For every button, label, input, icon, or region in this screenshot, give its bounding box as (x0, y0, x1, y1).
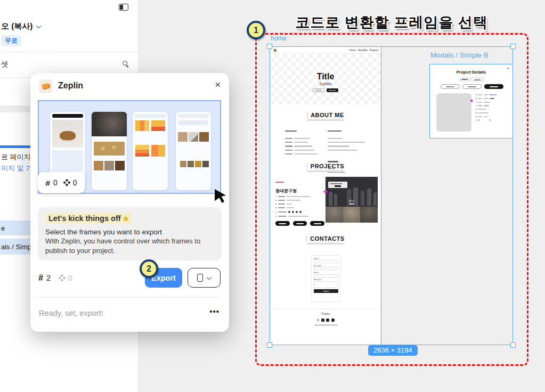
footer-social-row: ✕ (270, 318, 381, 322)
project-image: 전시 (326, 177, 378, 223)
mockup-nav-home: Home (349, 49, 356, 52)
modals-image-placeholder (436, 93, 471, 132)
form-label-email: Email (314, 272, 338, 274)
preview-component-count: 0 (73, 178, 77, 187)
file-name: 오 (복사) (1, 21, 32, 31)
mockup-navbar: K Home AboutMe Projects (270, 47, 381, 54)
about-heading: ABOUT ME (311, 112, 344, 118)
mockup-hero-button-1: Github (313, 88, 324, 92)
selection-handle-top-right[interactable] (510, 44, 516, 49)
form-input-email (314, 274, 338, 277)
plugin-title: Zeplin (58, 81, 83, 91)
selection-size-badge: 2636 × 3194 (368, 345, 418, 356)
component-marker (323, 190, 328, 194)
contacts-caption (307, 243, 344, 244)
modals-button-2 (462, 84, 482, 89)
project-button-3 (310, 221, 324, 226)
selected-frame-count: 2 (46, 274, 51, 282)
layer-item-home[interactable]: e (0, 220, 34, 235)
project-button-1 (275, 221, 290, 226)
search-icon[interactable] (123, 61, 129, 68)
preview-phone-2 (92, 112, 127, 190)
mockup-nav-projects: Projects (370, 49, 378, 52)
mockup-section-projects: PROJECTS (270, 163, 381, 172)
form-input-message (314, 281, 338, 288)
project-image-popup (328, 182, 347, 188)
form-label-name: Name (314, 258, 338, 260)
frame-home[interactable]: K Home AboutMe Projects Title Subtitle G… (270, 46, 381, 345)
social-icon-4 (331, 318, 335, 322)
layer-item-home-label: e (1, 224, 5, 232)
selected-counts-row: # 2 0 (38, 273, 72, 283)
project-button-2 (293, 221, 307, 226)
plan-badge: 무료 (1, 35, 21, 46)
modals-button-row (435, 84, 508, 89)
zeplin-logo-icon (39, 79, 53, 93)
close-icon[interactable]: × (215, 79, 221, 91)
mockup-hero-button-2: Resume (327, 88, 338, 92)
preview-phone-3 (133, 112, 168, 190)
footer-divider (270, 308, 381, 309)
preview-frame-count: 0 (53, 178, 58, 187)
frame-modals-simple-b[interactable]: × Project Details (429, 64, 513, 138)
step-1-number: 1 (254, 26, 258, 35)
layer-item-modals[interactable]: als / Simp (0, 239, 34, 255)
upsell-link[interactable]: 이지 및 가 (1, 164, 32, 173)
frame-label-home[interactable]: home (271, 35, 287, 42)
onboarding-tip-box: Let's kick things off ❀ Select the frame… (38, 207, 222, 260)
figma-canvas: 코드로 변환할 프레임을 선택 1 home Modals / Simple B… (0, 0, 545, 392)
form-input-name (314, 260, 338, 263)
mockup-nav-about: AboutMe (358, 49, 368, 52)
contact-form: Name Surname Email Message Submit (311, 255, 341, 303)
about-caption (307, 119, 344, 121)
component-marker-dot (470, 100, 473, 102)
modals-tag-pill (458, 77, 485, 81)
modals-button-3 (484, 84, 503, 89)
gallery-caption: 전시 (326, 199, 378, 202)
styleguide-dropdown-button[interactable] (188, 268, 221, 288)
sidebar-divider (0, 52, 139, 52)
selection-handle-bottom-left[interactable] (267, 342, 272, 348)
component-count-icon (62, 178, 71, 187)
progress-bar (0, 145, 34, 148)
modals-card-title: Project Details (430, 70, 513, 75)
tip-heading: Select the frames you want to export (45, 228, 214, 236)
tip-body: With Zeplin, you have control over which… (45, 236, 221, 256)
mockup-section-contacts: CONTACTS (270, 235, 381, 244)
step-1-badge: 1 (247, 21, 265, 39)
more-options-icon[interactable]: ••• (209, 307, 219, 316)
chevron-down-icon (207, 274, 212, 280)
form-label-message: Message (314, 279, 338, 281)
annotation-title: 코드로 변환할 프레임을 선택 (266, 13, 517, 32)
social-icon-2 (321, 318, 324, 322)
footer-thanks: Thanks (270, 312, 381, 315)
frame-label-modals[interactable]: Modals / Simple B (430, 51, 489, 59)
assets-tab-label[interactable]: 셋 (1, 60, 9, 69)
swatch-icon (197, 274, 203, 282)
form-submit-button: Submit (314, 289, 338, 293)
mockup-logo: K (274, 48, 277, 53)
selected-component-count: 0 (68, 274, 72, 282)
form-input-surname (314, 267, 338, 270)
toggle-panel-icon[interactable] (119, 4, 128, 11)
mockup-hero-title: Title (270, 72, 381, 81)
modals-detail-list (476, 94, 497, 123)
mockup-section-about: ABOUT ME (270, 112, 381, 121)
file-name-row[interactable]: 오 (복사) (1, 21, 40, 31)
layer-item-modals-label: als / Simp (1, 243, 31, 251)
frame-count-icon: # (46, 178, 50, 187)
selected-frames-icon: # (38, 273, 43, 283)
selection-handle-bottom-right[interactable] (510, 342, 516, 348)
project-title: 동대문구청 (275, 188, 324, 194)
project-image-thumbnails (326, 207, 378, 223)
social-x-icon: ✕ (316, 318, 319, 322)
modal-divider (38, 297, 222, 298)
tip-title-highlight: Let's kick things off ❀ (45, 213, 132, 224)
social-icon-3 (326, 318, 329, 322)
form-label-surname: Surname (314, 265, 338, 267)
footer-caption (314, 324, 338, 326)
tip-title-text: Let's kick things off (48, 214, 121, 223)
status-text: Ready, set, export! (39, 309, 103, 317)
projects-caption (307, 170, 344, 172)
selection-handle-top-left[interactable] (267, 44, 272, 49)
